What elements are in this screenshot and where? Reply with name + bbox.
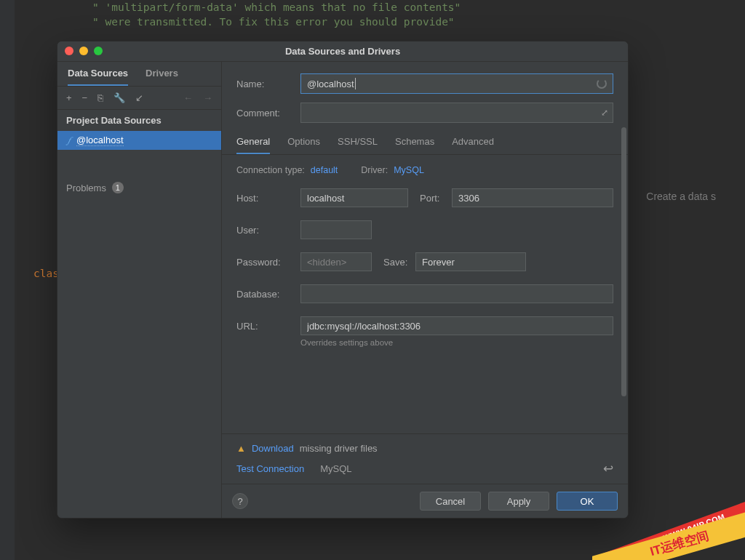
password-label: Password: <box>236 257 300 268</box>
tab-options[interactable]: Options <box>287 136 320 154</box>
url-label: URL: <box>236 321 300 332</box>
tab-ssh-ssl[interactable]: SSH/SSL <box>338 136 378 154</box>
test-driver: MySQL <box>320 463 351 474</box>
comment-field[interactable]: ⤢ <box>300 103 613 123</box>
host-field[interactable] <box>300 188 408 207</box>
data-source-name: @localhost <box>76 135 124 146</box>
loading-spinner <box>597 79 607 89</box>
window-minimize[interactable] <box>79 47 88 55</box>
window-close[interactable] <box>65 47 73 55</box>
bg-code-line: " were transmitted. To fix this error yo… <box>92 15 745 29</box>
copy-icon[interactable]: ⎘ <box>97 92 103 103</box>
expand-icon[interactable]: ⤢ <box>601 108 608 118</box>
reset-icon[interactable]: ↩ <box>603 461 613 476</box>
name-value: @localhost <box>307 79 354 89</box>
apply-button[interactable]: Apply <box>488 492 549 511</box>
warning-icon: ▲ <box>236 443 246 454</box>
database-field[interactable] <box>300 284 613 303</box>
save-label: Save: <box>372 257 415 268</box>
tab-advanced[interactable]: Advanced <box>452 136 494 154</box>
back-icon[interactable]: ← <box>183 92 193 103</box>
editor-gutter <box>0 0 15 560</box>
driver-link[interactable]: MySQL <box>394 165 424 175</box>
remove-icon[interactable]: − <box>82 92 88 103</box>
forward-icon[interactable]: → <box>203 92 212 103</box>
name-label: Name: <box>236 79 300 89</box>
download-link[interactable]: Download <box>252 443 294 454</box>
problems-label: Problems <box>66 183 106 193</box>
ok-button[interactable]: OK <box>557 492 618 511</box>
tab-general[interactable]: General <box>236 136 270 154</box>
help-button[interactable]: ? <box>232 493 248 509</box>
conn-type-link[interactable]: default <box>311 165 338 175</box>
comment-label: Comment: <box>236 108 300 119</box>
database-label: Database: <box>236 289 300 300</box>
conn-type-label: Connection type: <box>236 165 305 175</box>
save-select[interactable]: Forever <box>415 252 526 271</box>
url-field[interactable] <box>300 316 613 335</box>
test-connection-link[interactable]: Test Connection <box>236 463 304 474</box>
data-source-icon: 𝑓 <box>68 135 71 146</box>
name-field[interactable]: @localhost <box>300 73 613 94</box>
url-hint: Overrides settings above <box>300 338 613 347</box>
user-field[interactable] <box>300 220 372 239</box>
problems-row[interactable]: Problems 1 <box>66 182 212 193</box>
make-global-icon[interactable]: ↙ <box>135 92 143 103</box>
window-maximize[interactable] <box>94 47 103 55</box>
left-panel: Data Sources Drivers + − ⎘ 🔧 ↙ ← → Proje… <box>57 62 222 518</box>
problems-count: 1 <box>112 182 124 193</box>
dialog-title: Data Sources and Drivers <box>285 46 400 57</box>
tab-drivers[interactable]: Drivers <box>146 68 178 86</box>
bg-code-line: " 'multipart/form-data' which means that… <box>92 0 745 15</box>
download-suffix: missing driver files <box>300 443 378 454</box>
titlebar: Data Sources and Drivers <box>57 41 628 62</box>
add-icon[interactable]: + <box>66 92 72 103</box>
tab-data-sources[interactable]: Data Sources <box>68 68 128 86</box>
password-field[interactable]: <hidden> <box>300 252 372 271</box>
section-project-data-sources: Project Data Sources <box>57 110 221 131</box>
driver-label: Driver: <box>361 165 388 175</box>
right-panel: Name: @localhost Comment: ⤢ General Opti… <box>222 62 628 518</box>
scrollbar-thumb[interactable] <box>621 127 626 396</box>
cancel-button[interactable]: Cancel <box>420 492 481 511</box>
scrollbar[interactable] <box>621 124 626 423</box>
host-label: Host: <box>236 193 300 204</box>
port-field[interactable] <box>452 188 613 207</box>
data-source-item[interactable]: 𝑓 @localhost <box>57 131 221 150</box>
wrench-icon[interactable]: 🔧 <box>113 92 125 103</box>
port-label: Port: <box>408 193 452 204</box>
user-label: User: <box>236 225 300 236</box>
tab-schemas[interactable]: Schemas <box>395 136 434 154</box>
bg-hint-text: Create a data s <box>646 189 716 204</box>
data-sources-dialog: Data Sources and Drivers Data Sources Dr… <box>57 41 629 519</box>
